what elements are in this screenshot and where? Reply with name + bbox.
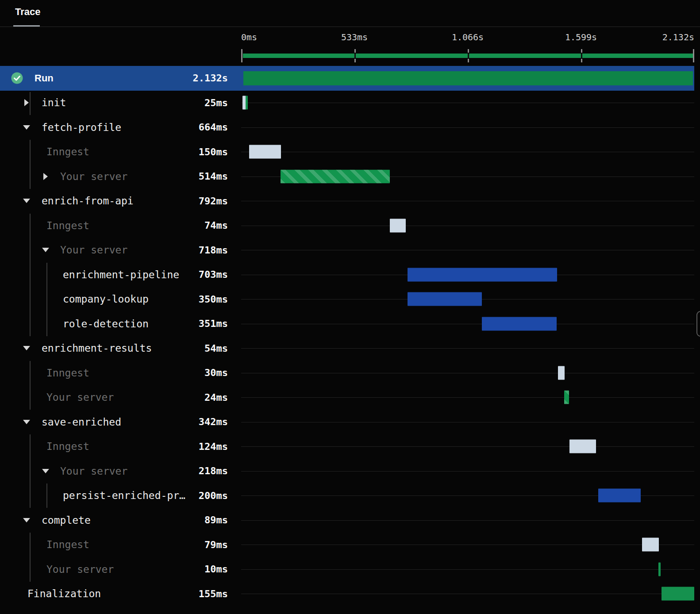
ruler-tick-label: 0ms (241, 32, 257, 42)
span-name: company-lookup (63, 293, 149, 305)
span-bar-blue[interactable] (598, 489, 641, 503)
trace-row-Inngest[interactable]: Inngest79ms (0, 533, 694, 557)
caret-right-icon[interactable] (42, 173, 49, 180)
row-guide-line (241, 226, 694, 226)
span-duration: 792ms (199, 196, 228, 207)
trace-row-Finalization[interactable]: Finalization155ms (0, 582, 694, 606)
span-bar-hatch[interactable] (281, 169, 390, 183)
caret-down-icon[interactable] (42, 248, 49, 252)
row-guide-line (241, 397, 694, 398)
trace-row-Inngest[interactable]: Inngest74ms (0, 213, 694, 238)
span-duration: 200ms (199, 490, 228, 501)
trace-row-Inngest[interactable]: Inngest30ms (0, 361, 694, 385)
trace-row-Inngest[interactable]: Inngest150ms (0, 140, 694, 165)
trace-row-enrichment-pipeline[interactable]: enrichment-pipeline703ms (0, 262, 694, 287)
span-duration: 218ms (199, 465, 228, 476)
span-bar-light[interactable] (642, 538, 659, 552)
span-bar-green[interactable] (658, 562, 661, 576)
span-name: enrichment-results (42, 342, 152, 354)
trace-row-init[interactable]: init25ms (0, 91, 694, 115)
trace-row-Yourserver[interactable]: Your server514ms (0, 164, 694, 189)
trace-viewer: Trace 0ms533ms1.066s1.599s2.132s Run 2.1… (0, 0, 700, 614)
span-bar-light[interactable] (249, 145, 281, 159)
timeline-ruler: 0ms533ms1.066s1.599s2.132s (241, 27, 694, 66)
span-bar-light[interactable] (558, 366, 564, 380)
span-name: fetch-profile (42, 122, 121, 133)
caret-right-icon (24, 99, 29, 106)
caret-down-icon (42, 469, 49, 473)
run-span-bar[interactable] (243, 71, 693, 85)
span-duration: 74ms (204, 220, 228, 231)
span-name: Your server (60, 171, 127, 182)
span-name: Your server (46, 391, 114, 403)
caret-down-icon[interactable] (42, 469, 49, 473)
span-duration: 718ms (199, 245, 228, 256)
trace-row-Yourserver[interactable]: Your server24ms (0, 385, 694, 410)
span-name: Your server (46, 564, 114, 575)
caret-down-icon[interactable] (23, 518, 30, 522)
timeline-cell (241, 582, 694, 606)
caret-right-icon (43, 173, 48, 180)
active-tab-indicator (13, 25, 40, 27)
span-bar-light[interactable] (569, 440, 596, 453)
caret-down-icon (23, 199, 30, 203)
span-duration: 79ms (204, 539, 228, 550)
tree-guide-line (30, 533, 31, 582)
span-bar-green[interactable] (662, 587, 694, 601)
tree-guide-line (46, 263, 47, 336)
span-bar-blue[interactable] (482, 317, 557, 330)
ruler-tick (468, 53, 469, 59)
row-guide-line (241, 250, 694, 250)
caret-down-icon[interactable] (23, 346, 30, 350)
trace-row-Yourserver[interactable]: Your server10ms (0, 557, 694, 582)
span-name: Your server (60, 465, 127, 477)
caret-down-icon[interactable] (23, 199, 30, 203)
trace-row-enrich-from-api[interactable]: enrich-from-api792ms (0, 189, 694, 214)
timeline-cell (241, 262, 694, 287)
run-label: Run (35, 73, 54, 84)
timeline-cell (241, 311, 694, 336)
timeline-cell (241, 533, 694, 557)
row-guide-line (241, 446, 694, 447)
trace-row-Yourserver[interactable]: Your server718ms (0, 238, 694, 263)
caret-down-icon[interactable] (23, 420, 30, 424)
span-bar-light[interactable] (390, 219, 406, 232)
trace-row-complete[interactable]: complete89ms (0, 508, 694, 533)
trace-row-Inngest[interactable]: Inngest124ms (0, 434, 694, 459)
span-bar-blue[interactable] (408, 292, 482, 306)
timeline-cell (241, 91, 694, 115)
trace-row-save-enriched[interactable]: save-enriched342ms (0, 410, 694, 434)
row-guide-line (241, 348, 694, 349)
row-guide-line (241, 373, 694, 373)
span-duration: 150ms (199, 146, 228, 157)
caret-down-icon[interactable] (23, 125, 30, 130)
trace-row-role-detection[interactable]: role-detection351ms (0, 311, 694, 336)
span-duration: 350ms (199, 294, 228, 305)
caret-down-icon (23, 125, 30, 130)
trace-row-Yourserver[interactable]: Your server218ms (0, 459, 694, 484)
span-duration: 664ms (199, 122, 228, 133)
trace-row-persist-enriched-pr[interactable]: persist-enriched-pr…200ms (0, 484, 694, 508)
run-timeline-cell (241, 66, 694, 91)
span-duration: 342ms (199, 416, 228, 427)
caret-right-icon[interactable] (23, 99, 30, 106)
span-bar-hatch[interactable] (564, 391, 569, 404)
trace-row-enrichment-results[interactable]: enrichment-results54ms (0, 336, 694, 361)
tab-trace[interactable]: Trace (15, 6, 41, 18)
run-duration: 2.132s (193, 73, 228, 84)
trace-row-fetch-profile[interactable]: fetch-profile664ms (0, 115, 694, 140)
row-guide-line (241, 520, 694, 521)
scrollbar-thumb[interactable] (696, 311, 700, 337)
caret-down-icon (42, 248, 49, 252)
row-guide-line (241, 545, 694, 545)
timeline-cell (241, 238, 694, 263)
trace-row-company-lookup[interactable]: company-lookup350ms (0, 287, 694, 312)
run-row[interactable]: Run 2.132s (0, 66, 694, 91)
timeline-cell (241, 434, 694, 459)
span-duration: 30ms (204, 367, 228, 378)
span-name: init (42, 97, 66, 108)
span-bar-split[interactable] (242, 96, 248, 110)
span-name: Inngest (46, 146, 89, 157)
timeline-cell (241, 361, 694, 385)
span-bar-blue[interactable] (408, 268, 557, 281)
